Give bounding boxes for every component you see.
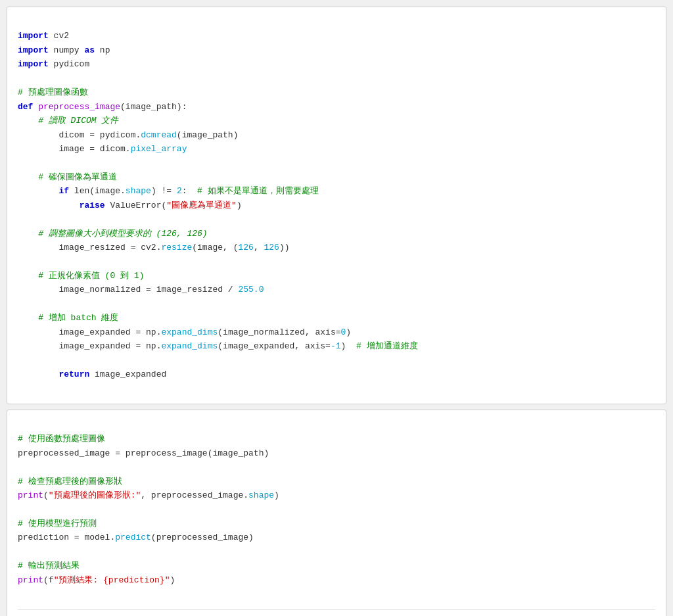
comment-check-shape: # 檢查預處理後的圖像形狀 <box>18 477 122 486</box>
def-keyword: def <box>18 102 33 112</box>
code-block-2: # 使用函數預處理圖像 preprocessed_image = preproc… <box>18 418 655 602</box>
comment-use-func: # 使用函數預處理圖像 <box>18 434 105 444</box>
output-section: 預處理後的圖像形狀： (1, 126, 126, 1) 1/1 0s 65ms/… <box>18 609 655 617</box>
notebook-container: import cv2 import numpy as np import pyd… <box>0 0 673 616</box>
kw-import-3: import <box>18 59 49 69</box>
comment-normalize: # 正規化像素值 (0 到 1) <box>38 271 144 281</box>
kw-import-1: import <box>18 31 49 41</box>
comment-read-dicom: # 讀取 DICOM 文件 <box>38 116 118 126</box>
comment-single-channel: # 確保圖像為單通道 <box>38 172 117 182</box>
cell-1: import cv2 import numpy as np import pyd… <box>7 7 666 404</box>
kw-import-2: import <box>18 45 49 55</box>
comment-resize: # 調整圖像大小到模型要求的 (126, 126) <box>38 229 207 239</box>
comment-preprocess: # 預處理圖像函數 <box>18 87 88 97</box>
comment-predict: # 使用模型進行預測 <box>18 519 97 529</box>
comment-output-result: # 輸出預測結果 <box>18 561 80 571</box>
comment-batch: # 增加 batch 維度 <box>38 313 118 323</box>
cell-2: # 使用函數預處理圖像 preprocessed_image = preproc… <box>7 410 666 616</box>
code-block-1: import cv2 import numpy as np import pyd… <box>18 15 655 396</box>
